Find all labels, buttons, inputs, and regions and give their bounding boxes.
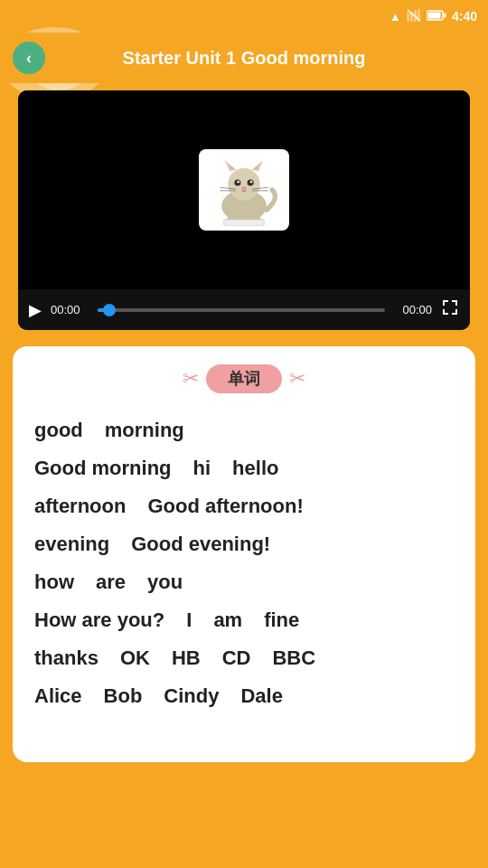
svg-point-16: [237, 181, 239, 184]
vocab-word[interactable]: fine: [264, 609, 299, 632]
signal-icon: [407, 9, 421, 24]
fullscreen-button[interactable]: [441, 298, 459, 321]
status-time: 4:40: [452, 9, 477, 24]
progress-thumb[interactable]: [103, 304, 116, 316]
thumbnail-image: [199, 149, 289, 231]
back-arrow-icon: ‹: [26, 49, 32, 68]
svg-point-18: [241, 186, 246, 190]
vocab-word[interactable]: am: [213, 609, 242, 632]
play-button[interactable]: ▶: [29, 300, 42, 320]
vocab-title: 单词: [228, 370, 260, 388]
vocab-word[interactable]: hello: [232, 457, 278, 480]
svg-rect-6: [443, 13, 446, 17]
vocab-word[interactable]: morning: [105, 419, 184, 442]
vocab-header: ✂ 单词 ✂: [34, 364, 454, 393]
vocab-word[interactable]: Dale: [240, 684, 282, 708]
svg-point-9: [228, 168, 260, 201]
video-controls: ▶ 00:00 00:00: [18, 289, 470, 330]
vocab-row: afternoonGood afternoon!: [34, 489, 454, 524]
svg-rect-7: [427, 12, 440, 18]
vocab-word[interactable]: Good evening!: [131, 533, 270, 556]
vocab-word[interactable]: Bob: [104, 684, 143, 708]
vocab-word[interactable]: HB: [172, 646, 201, 670]
svg-rect-0: [407, 13, 409, 22]
vocab-word[interactable]: Cindy: [164, 684, 219, 708]
vocab-word[interactable]: hi: [193, 457, 211, 480]
vocab-word[interactable]: I: [186, 609, 192, 632]
vocab-word[interactable]: OK: [120, 646, 150, 670]
vocab-row: howareyou: [34, 565, 454, 599]
vocab-word[interactable]: you: [147, 571, 183, 594]
vocab-words-list: goodmorningGood morninghihelloafternoonG…: [34, 413, 454, 713]
vocab-row: AliceBobCindyDale: [34, 679, 454, 713]
video-player: ▶ 00:00 00:00: [18, 90, 470, 330]
header: ‹ Starter Unit 1 Good morning: [0, 33, 488, 83]
status-bar: ▲ 4:40: [0, 0, 488, 33]
vocab-word[interactable]: CD: [222, 646, 251, 670]
time-current: 00:00: [51, 303, 89, 316]
video-thumbnail: [18, 90, 470, 289]
vocab-word[interactable]: good: [34, 419, 83, 442]
back-button[interactable]: ‹: [13, 42, 45, 74]
vocab-row: How are you?Iamfine: [34, 603, 454, 637]
cat-illustration: [203, 154, 285, 226]
vocab-word[interactable]: Good morning: [34, 457, 172, 480]
vocab-title-bar: 单词: [206, 364, 282, 393]
deco-left-icon: ✂: [183, 367, 199, 391]
vocab-word[interactable]: BBC: [272, 646, 315, 670]
wifi-icon: ▲: [389, 10, 401, 24]
svg-rect-25: [224, 220, 264, 226]
vocab-word[interactable]: how: [34, 571, 74, 594]
vocab-row: eveningGood evening!: [34, 527, 454, 561]
vocab-row: Good morninghihello: [34, 451, 454, 486]
vocab-word[interactable]: How are you?: [34, 609, 164, 632]
page-title: Starter Unit 1 Good morning: [45, 48, 443, 69]
vocab-word[interactable]: evening: [34, 533, 109, 556]
vocab-word[interactable]: Alice: [34, 684, 82, 708]
battery-icon: [427, 9, 446, 24]
vocab-row: goodmorning: [34, 413, 454, 448]
vocab-word[interactable]: are: [96, 571, 126, 594]
progress-bar[interactable]: [98, 308, 385, 312]
status-icons: ▲ 4:40: [389, 9, 477, 24]
time-total: 00:00: [394, 303, 432, 316]
deco-right-icon: ✂: [289, 367, 305, 391]
vocab-word[interactable]: Good afternoon!: [147, 495, 303, 518]
vocab-word[interactable]: afternoon: [34, 495, 126, 518]
vocabulary-section: ✂ 单词 ✂ goodmorningGood morninghihelloaft…: [13, 346, 475, 762]
vocab-row: thanksOKHBCDBBC: [34, 641, 454, 675]
svg-point-17: [250, 181, 253, 184]
vocab-word[interactable]: thanks: [34, 646, 99, 670]
